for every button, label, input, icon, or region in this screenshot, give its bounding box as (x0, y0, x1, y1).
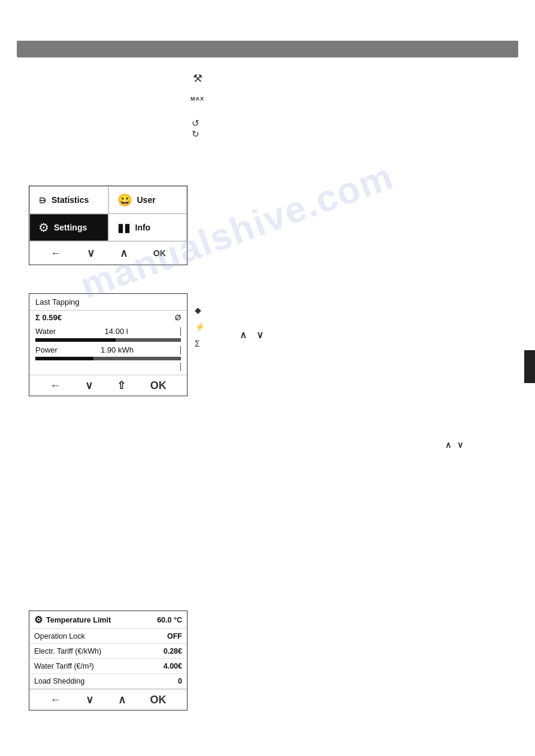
mid-down-arrow[interactable]: ∨ (256, 329, 264, 341)
side-icons: ◆ ⚡ Σ (195, 305, 205, 348)
water-bar (35, 338, 181, 342)
bottom-up-arrow[interactable]: ∧ (445, 440, 451, 450)
water-tariff-label: Water Tariff (€/m³) (34, 662, 164, 670)
operation-lock-value: OFF (167, 632, 182, 640)
max-label: MAX (191, 96, 204, 102)
load-shedding-value: 0 (178, 677, 182, 685)
tapping-up-button[interactable]: ⇧ (117, 379, 126, 392)
settings-up-button[interactable]: ∧ (118, 693, 126, 706)
user-label: User (137, 195, 156, 205)
load-shedding-label: Load Shedding (34, 677, 178, 685)
sigma-value: Σ 0.59€ (35, 313, 62, 322)
operation-lock-label: Operation Lock (34, 632, 167, 640)
settings-temp-row: ⚙ Temperature Limit 60.0 °C (29, 611, 187, 629)
settings-operation-lock-row: Operation Lock OFF (29, 629, 187, 644)
sigma-icon: Σ (195, 339, 205, 348)
statistics-icon: ⋼ (38, 193, 47, 207)
lightning-icon: ⚡ (195, 322, 205, 332)
menu-ok-button[interactable]: OK (153, 248, 166, 258)
water-label: Water (35, 327, 56, 336)
wrench-icon: ⚒ (193, 72, 202, 85)
tapping-power-row: Power 1.90 kWh (29, 343, 187, 357)
settings-down-button[interactable]: ∨ (86, 693, 93, 706)
bottom-vline (180, 363, 181, 371)
settings-load-shedding-row: Load Shedding 0 (29, 674, 187, 689)
power-value: 1.90 kWh (101, 345, 134, 354)
tapping-nav: ← ∨ ⇧ OK (29, 375, 187, 396)
power-bar-fill (35, 357, 93, 360)
bottom-arrows: ∧ ∨ (445, 440, 463, 450)
settings-nav: ← ∨ ∧ OK (29, 689, 187, 710)
mid-arrows: ∧ ∨ (240, 329, 264, 341)
undo-icon: ↺ (192, 118, 200, 129)
menu-item-user[interactable]: 😀 User (108, 186, 188, 214)
water-vline (180, 327, 181, 336)
menu-up-button[interactable]: ∧ (120, 247, 128, 260)
elec-tariff-value: 0.28€ (164, 647, 182, 655)
settings-gear-icon: ⚙ (34, 614, 43, 626)
power-vline (180, 346, 181, 354)
tapping-header: Last Tapping (29, 294, 187, 311)
mid-up-arrow[interactable]: ∧ (240, 329, 247, 341)
settings-ok-button[interactable]: OK (150, 694, 167, 706)
bottom-down-arrow[interactable]: ∨ (457, 440, 463, 450)
tapping-box: Last Tapping Σ 0.59€ Ø Water 14.00 l Pow… (29, 293, 188, 396)
menu-item-statistics[interactable]: ⋼ Statistics (29, 186, 108, 214)
settings-icon: ⚙ (38, 220, 49, 235)
power-bar-row (29, 357, 187, 362)
menu-down-button[interactable]: ∨ (87, 247, 95, 260)
settings-back-button[interactable]: ← (50, 694, 61, 706)
redo-icon: ↻ (192, 129, 200, 139)
menu-nav: ← ∨ ∧ OK (29, 241, 187, 265)
water-tariff-value: 4.00€ (164, 662, 182, 670)
tapping-back-button[interactable]: ← (50, 379, 61, 392)
menu-box: ⋼ Statistics 😀 User ⚙ Settings ▮▮ Info ←… (29, 186, 188, 265)
settings-elec-tariff-row: Electr. Tariff (€/kWh) 0.28€ (29, 644, 187, 659)
tapping-down-button[interactable]: ∨ (85, 379, 93, 392)
water-bar-row (29, 338, 187, 343)
power-bar (35, 357, 181, 360)
menu-item-settings[interactable]: ⚙ Settings (29, 214, 108, 241)
settings-water-tariff-row: Water Tariff (€/m³) 4.00€ (29, 659, 187, 674)
settings-box: ⚙ Temperature Limit 60.0 °C Operation Lo… (29, 611, 188, 711)
info-label: Info (135, 223, 151, 232)
water-value: 14.00 l (105, 327, 128, 336)
temp-limit-label: Temperature Limit (46, 616, 157, 624)
menu-item-info[interactable]: ▮▮ Info (108, 214, 188, 241)
water-drop-icon: ◆ (195, 305, 205, 315)
tapping-ok-button[interactable]: OK (150, 379, 167, 392)
menu-back-button[interactable]: ← (50, 247, 61, 260)
user-icon: 😀 (117, 193, 132, 207)
elec-tariff-label: Electr. Tariff (€/kWh) (34, 647, 164, 655)
statistics-label: Statistics (52, 195, 89, 205)
tapping-water-row: Water 14.00 l (29, 324, 187, 338)
power-label: Power (35, 345, 58, 354)
info-icon: ▮▮ (117, 220, 131, 235)
water-bar-fill (35, 338, 116, 342)
settings-label: Settings (54, 223, 87, 232)
top-bar (17, 41, 518, 57)
tapping-sigma-row: Σ 0.59€ Ø (29, 311, 187, 324)
black-block (524, 350, 535, 383)
temp-limit-value: 60.0 °C (157, 616, 182, 624)
average-symbol: Ø (175, 313, 181, 322)
